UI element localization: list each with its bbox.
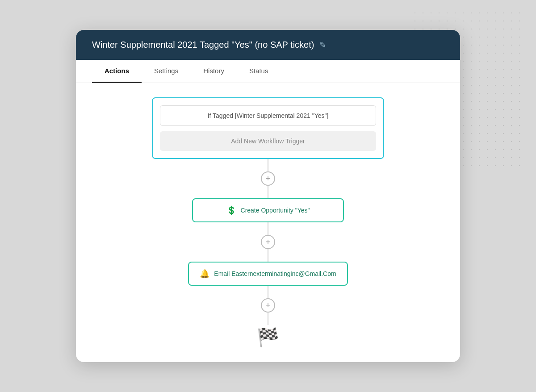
- connector-line-2: [268, 222, 268, 235]
- connector-line-1b: [268, 186, 268, 198]
- connector-line-1: [268, 159, 268, 171]
- tab-settings[interactable]: Settings: [142, 60, 191, 83]
- outer-wrapper: Winter Supplemental 2021 Tagged "Yes" (n…: [0, 0, 536, 392]
- connector-line-3: [268, 286, 268, 298]
- edit-icon[interactable]: ✎: [319, 40, 326, 50]
- action-node-1[interactable]: 💲 Create Opportunity "Yes": [192, 198, 344, 222]
- connector-3: +: [261, 286, 275, 325]
- action-node-2[interactable]: 🔔 Email Easternexterminatinginc@Gmail.Co…: [188, 262, 348, 286]
- action-label-2: Email Easternexterminatinginc@Gmail.Com: [214, 270, 336, 277]
- add-trigger-button[interactable]: Add New Workflow Trigger: [160, 131, 376, 151]
- trigger-box: If Tagged [Winter Supplemental 2021 "Yes…: [152, 97, 384, 159]
- tab-actions[interactable]: Actions: [92, 60, 142, 83]
- email-icon: 🔔: [200, 269, 209, 279]
- action-label-1: Create Opportunity "Yes": [241, 207, 310, 214]
- tab-status[interactable]: Status: [237, 60, 281, 83]
- tabs-bar: Actions Settings History Status: [76, 60, 460, 83]
- add-step-button-1[interactable]: +: [261, 171, 275, 186]
- connector-line-3b: [268, 313, 268, 325]
- add-step-button-3[interactable]: +: [261, 298, 275, 313]
- opportunity-icon: 💲: [226, 205, 236, 215]
- tab-history[interactable]: History: [191, 60, 237, 83]
- card-body: If Tagged [Winter Supplemental 2021 "Yes…: [76, 83, 460, 362]
- add-step-button-2[interactable]: +: [261, 235, 275, 249]
- connector-line-2b: [268, 249, 268, 262]
- trigger-condition[interactable]: If Tagged [Winter Supplemental 2021 "Yes…: [160, 105, 376, 126]
- connector-2: +: [261, 222, 275, 262]
- connector-1: +: [261, 159, 275, 198]
- main-card: Winter Supplemental 2021 Tagged "Yes" (n…: [76, 30, 460, 362]
- card-header: Winter Supplemental 2021 Tagged "Yes" (n…: [76, 30, 460, 60]
- card-title: Winter Supplemental 2021 Tagged "Yes" (n…: [92, 40, 314, 50]
- finish-flag-icon: 🏁: [257, 327, 279, 348]
